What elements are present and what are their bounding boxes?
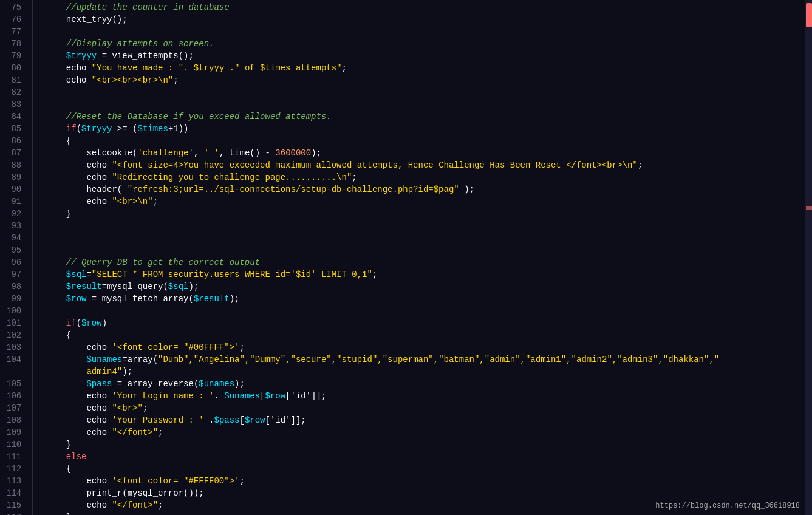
code-line-75: //update the counter in database [46, 1, 812, 13]
scrollbar-marker [806, 206, 812, 210]
code-line-76: next_tryy(); [46, 13, 812, 26]
code-line-98: $result=mysql_query($sql); [46, 281, 812, 293]
code-line-82 [46, 86, 812, 98]
code-line-107: echo "<br>"; [46, 402, 812, 414]
code-line-95 [46, 244, 812, 256]
bottom-url: https://blog.csdn.net/qq_36618918 [655, 502, 800, 510]
code-line-104b: admin4"); [46, 366, 812, 378]
code-area: 75 76 77 78 79 80 81 82 83 84 85 86 87 8… [0, 0, 812, 515]
code-line-80: echo "You have made : ". $tryyy ." of $t… [46, 62, 812, 74]
code-line-90: header( "refresh:3;url=../sql-connection… [46, 183, 812, 196]
code-line-101: if($row) [46, 317, 812, 329]
code-line-108: echo 'Your Password : ' .$pass[$row['id'… [46, 414, 812, 426]
code-line-78: //Display attempts on screen. [46, 38, 812, 50]
code-line-88: echo "<font size=4>You have exceeded max… [46, 159, 812, 171]
code-line-85: if($tryyy >= ($times+1)) [46, 123, 812, 135]
code-line-104: $unames=array("Dumb","Angelina","Dummy",… [46, 353, 812, 366]
code-line-77 [46, 26, 812, 38]
code-line-111: else [46, 451, 812, 463]
code-line-92: } [46, 208, 812, 220]
code-line-103: echo '<font color= "#00FFFF">'; [46, 341, 812, 353]
code-line-105: $pass = array_reverse($unames); [46, 378, 812, 390]
code-line-89: echo "Redirecting you to challenge page.… [46, 171, 812, 183]
code-line-112: { [46, 463, 812, 475]
code-line-81: echo "<br><br><br>\n"; [46, 74, 812, 86]
code-line-106: echo 'Your Login name : '. $unames[$row[… [46, 390, 812, 402]
editor-container: 75 76 77 78 79 80 81 82 83 84 85 86 87 8… [0, 0, 812, 515]
code-line-116: } [46, 511, 812, 515]
code-line-97: $sql="SELECT * FROM security.users WHERE… [46, 268, 812, 281]
code-line-100 [46, 305, 812, 317]
code-line-110: } [46, 438, 812, 451]
code-line-109: echo "</font>"; [46, 426, 812, 438]
line-numbers: 75 76 77 78 79 80 81 82 83 84 85 86 87 8… [0, 0, 33, 515]
scrollbar-thumb[interactable] [806, 3, 812, 27]
code-line-113: echo '<font color= "#FFFF00">'; [46, 475, 812, 487]
code-line-84: //Reset the Database if you exceed allow… [46, 111, 812, 123]
code-line-86: { [46, 135, 812, 147]
code-line-87: setcookie('challenge', ' ', time() - 360… [46, 147, 812, 159]
code-line-93 [46, 220, 812, 232]
code-line-96: // Querry DB to get the correct output [46, 256, 812, 268]
scrollbar[interactable] [805, 0, 812, 515]
code-line-102: { [46, 329, 812, 341]
code-line-94 [46, 232, 812, 244]
code-line-83 [46, 98, 812, 111]
code-line-99: $row = mysql_fetch_array($result); [46, 293, 812, 305]
code-line-114: print_r(mysql_error()); [46, 487, 812, 499]
code-line-91: echo "<br>\n"; [46, 196, 812, 208]
code-content: //update the counter in database next_tr… [33, 0, 812, 515]
code-line-79: $tryyy = view_attempts(); [46, 50, 812, 62]
